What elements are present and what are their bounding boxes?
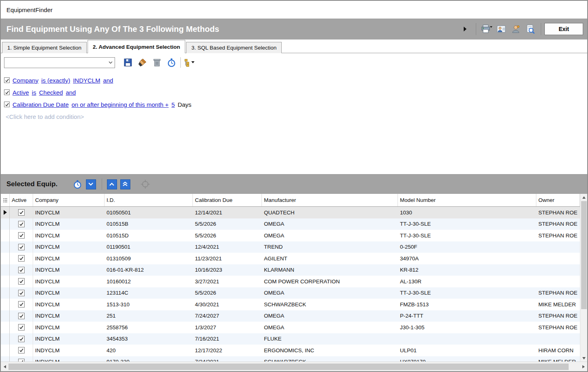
checkbox[interactable] <box>18 359 25 362</box>
crosshair-icon[interactable] <box>139 178 151 190</box>
table-row[interactable]: INDYCLM123114C5/5/2026OMEGATT-J-30-SLEST… <box>1 287 580 299</box>
condition-link[interactable]: is (exactly) <box>41 77 70 84</box>
cell-manufacturer: OMEGA <box>262 233 398 239</box>
user-card-icon[interactable] <box>494 22 508 36</box>
checkbox[interactable] <box>18 301 25 308</box>
checkbox[interactable] <box>18 209 25 216</box>
checkbox[interactable] <box>18 267 25 273</box>
scroll-right-arrow[interactable] <box>580 362 587 371</box>
cell-company: INDYCLM <box>33 313 105 319</box>
cell-model: P-24-TTT <box>398 313 536 319</box>
table-row[interactable]: INDYCLM016-01-KR-81210/16/2023KLARMANNKR… <box>1 264 580 276</box>
check-icon <box>19 348 24 353</box>
checkbox[interactable] <box>18 232 25 239</box>
checkbox[interactable] <box>4 102 10 107</box>
print-preview-icon[interactable] <box>523 22 538 36</box>
table-row[interactable]: INDYCLM101600123/27/2021COM POWER CORPER… <box>1 276 580 287</box>
table-row[interactable]: INDYCLM010515B5/5/2026OMEGATT-J-30-SLEST… <box>1 218 580 230</box>
column-header-owner[interactable]: Owner <box>536 194 580 206</box>
stopwatch-icon[interactable] <box>164 56 179 69</box>
table-row[interactable]: INDYCLM1513-3104/30/2021SCHWARZBECKFMZB-… <box>1 299 580 310</box>
condition-link[interactable]: Company <box>13 77 38 84</box>
cell-manufacturer: SCHWARZBECK <box>262 359 398 362</box>
table-row[interactable]: INDYCLM2517/24/2027OMEGAP-24-TTTSTEPHAN … <box>1 310 580 322</box>
table-row[interactable]: INDYCLM0131050911/23/2021AGILENT34970A <box>1 253 580 264</box>
filter-condition: Companyis (exactly)INDYCLMand <box>4 74 587 86</box>
checkbox[interactable] <box>18 313 25 319</box>
condition-link[interactable]: and <box>66 89 76 96</box>
condition-link[interactable]: is <box>32 89 36 96</box>
filter-preset-combobox[interactable] <box>4 57 115 68</box>
cell-model: TT-J-30-SLE <box>398 290 536 296</box>
expander-arrow-icon[interactable] <box>460 22 469 36</box>
table-row[interactable]: INDYCLM0119050112/4/2021TREND0-250F <box>1 241 580 253</box>
brush-icon[interactable] <box>135 56 150 69</box>
table-row[interactable]: INDYCLM34543537/16/2021FLUKE <box>1 333 580 345</box>
toolbar-separator <box>476 23 476 35</box>
condition-link[interactable]: Active <box>13 89 29 96</box>
checkbox[interactable] <box>18 244 25 250</box>
table-row[interactable]: INDYCLM0105050112/14/2021QUADTECH1030STE… <box>1 207 580 218</box>
checkbox[interactable] <box>18 336 25 342</box>
column-header-calibration-due[interactable]: Calibration Due <box>193 194 262 206</box>
scroll-down-arrow[interactable] <box>580 355 587 362</box>
advanced-selection-panel: Companyis (exactly)INDYCLMandActiveisChe… <box>1 53 587 175</box>
table-row[interactable]: INDYCLM25587561/3/2027OMEGAJ30-1-305STEP… <box>1 322 580 333</box>
add-condition-link[interactable]: <Click here to add condition> <box>4 110 587 123</box>
field-list-icon[interactable] <box>182 56 197 69</box>
row-indicator <box>1 276 10 287</box>
delete-icon[interactable] <box>150 56 164 69</box>
cell-owner: STEPHAN ROE <box>536 210 580 216</box>
cell-cal_due: 5/5/2026 <box>193 233 262 239</box>
table-row[interactable]: INDYCLM42012/17/2022ERGONOMICS, INCULP01… <box>1 345 580 356</box>
column-header-i-d[interactable]: I.D. <box>105 194 193 206</box>
table-row[interactable]: INDYCLM9170-3307/24/2021SCHWARZBECKHX070… <box>1 356 580 362</box>
checkbox[interactable] <box>18 324 25 330</box>
cell-id: 3454353 <box>105 336 193 342</box>
condition-link[interactable]: Calibration Due Date <box>13 101 69 108</box>
chevron-down-button[interactable] <box>86 179 96 189</box>
checkbox[interactable] <box>18 221 25 227</box>
checkbox[interactable] <box>18 347 25 353</box>
exit-button[interactable]: Exit <box>544 23 583 35</box>
vertical-scrollbar[interactable] <box>580 194 587 362</box>
column-header-active[interactable]: Active <box>10 194 33 206</box>
cell-model: HX070170 <box>398 359 536 362</box>
checkbox[interactable] <box>18 278 25 285</box>
checkbox[interactable] <box>18 290 25 296</box>
column-header-model-number[interactable]: Model Number <box>398 194 536 206</box>
chevron-down-icon[interactable] <box>107 61 115 64</box>
vertical-scroll-thumb[interactable] <box>581 201 587 309</box>
cell-owner: STEPHAN ROE <box>536 313 580 319</box>
tab-3-sql-based-equipment-selection[interactable]: 3. SQL Based Equipment Selection <box>186 42 282 53</box>
check-icon <box>19 245 24 249</box>
grid-menu-icon[interactable] <box>1 194 10 206</box>
checkbox[interactable] <box>4 89 10 95</box>
cell-cal_due: 11/23/2021 <box>193 256 262 262</box>
tab-1-simple-equipment-selection[interactable]: 1. Simple Equipment Selection <box>2 42 87 53</box>
scroll-up-arrow[interactable] <box>580 194 587 201</box>
tab-2-advanced-equipment-selection[interactable]: 2. Advanced Equipment Selection <box>88 40 185 53</box>
condition-link[interactable]: INDYCLM <box>73 77 100 84</box>
cell-company: INDYCLM <box>33 301 105 308</box>
condition-link[interactable]: on or after beginning of this month + <box>71 101 169 108</box>
cell-cal_due: 7/16/2021 <box>193 336 262 342</box>
condition-link[interactable]: Checked <box>39 89 63 96</box>
scroll-left-arrow[interactable] <box>1 362 8 371</box>
checkbox[interactable] <box>4 77 10 83</box>
condition-link[interactable]: 5 <box>172 101 175 108</box>
stopwatch-icon[interactable] <box>71 178 84 190</box>
cell-manufacturer: SCHWARZBECK <box>262 301 398 308</box>
chevron-up-button[interactable] <box>107 179 117 189</box>
save-icon[interactable] <box>121 56 135 69</box>
horizontal-scrollbar[interactable] <box>1 362 587 371</box>
checkbox[interactable] <box>18 255 25 262</box>
column-header-company[interactable]: Company <box>33 194 105 206</box>
user-icon[interactable] <box>508 22 523 36</box>
table-row[interactable]: INDYCLM010515D5/5/2026OMEGATT-J-30-SLEST… <box>1 230 580 241</box>
column-header-manufacturer[interactable]: Manufacturer <box>262 194 398 206</box>
printer-icon[interactable] <box>479 22 494 36</box>
horizontal-scroll-thumb[interactable] <box>8 364 569 370</box>
double-chevron-up-button[interactable] <box>120 179 130 189</box>
condition-link[interactable]: and <box>103 77 113 84</box>
